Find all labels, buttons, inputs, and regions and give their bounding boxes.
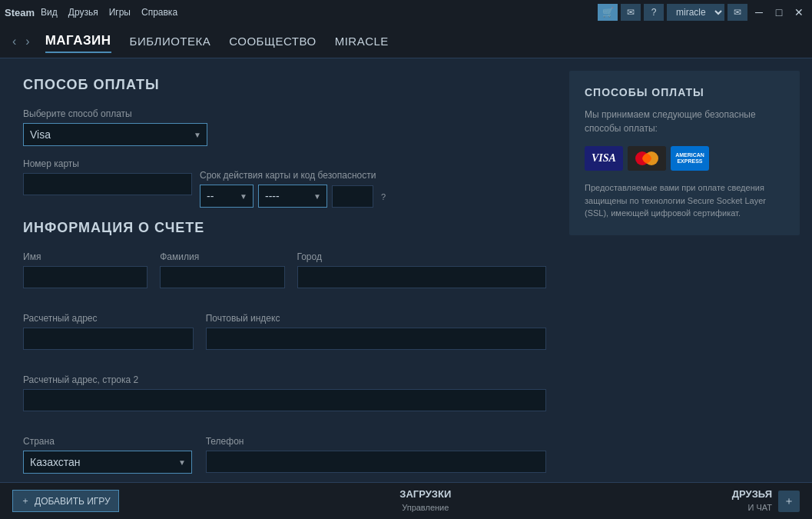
- downloads-sub: Управление: [402, 503, 449, 512]
- bottom-bar: ＋ ДОБАВИТЬ ИГРУ ЗАГРУЗКИ Управление ДРУЗ…: [0, 482, 812, 519]
- add-game-button[interactable]: ＋ ДОБАВИТЬ ИГРУ: [12, 490, 119, 512]
- address2-row: Расчетный адрес, строка 2: [23, 374, 546, 424]
- postal-code-group: Почтовый индекс: [206, 313, 546, 350]
- restore-button[interactable]: □: [771, 4, 787, 21]
- tab-profile[interactable]: MIRACLE: [335, 32, 389, 51]
- expiry-section: Срок действия карты и код безопасности -…: [200, 170, 386, 208]
- right-panel-title: СПОСОБЫ ОПЛАТЫ: [585, 86, 784, 98]
- friends-label: ДРУЗЬЯ: [732, 488, 772, 500]
- right-panel: СПОСОБЫ ОПЛАТЫ Мы принимаем следующие бе…: [569, 71, 800, 235]
- chat-sub: И ЧАТ: [748, 503, 773, 512]
- month-select[interactable]: -- 010203 040506 070809 101112: [200, 185, 254, 208]
- tab-store[interactable]: МАГАЗИН: [45, 30, 111, 53]
- menu-games[interactable]: Игры: [109, 7, 131, 18]
- address2-col: Расчетный адрес, строка 2: [23, 374, 546, 424]
- account-section: ИНФОРМАЦИЯ О СЧЕТЕ Имя Фамилия: [23, 220, 546, 482]
- first-name-input[interactable]: [23, 266, 147, 288]
- title-bar-right: 🛒 ✉ ? miracle ✉ ─ □ ✕: [598, 4, 807, 21]
- country-label: Страна: [23, 436, 194, 447]
- country-group: Страна Казахстан Россия Беларусь Украина: [23, 436, 194, 474]
- phone-group: Телефон: [206, 436, 546, 473]
- cvv-input[interactable]: [332, 185, 373, 208]
- title-bar: Steam Вид Друзья Игры Справка 🛒 ✉ ? mira…: [0, 0, 812, 25]
- last-name-label: Фамилия: [160, 251, 284, 262]
- first-name-label: Имя: [23, 251, 147, 262]
- title-bar-menu: Вид Друзья Игры Справка: [41, 7, 177, 18]
- tab-library[interactable]: БИБЛИОТЕКА: [130, 32, 211, 51]
- right-panel-desc: Мы принимаем следующие безопасные способ…: [585, 108, 784, 135]
- card-number-label: Номер карты: [23, 158, 192, 169]
- title-bar-left: Steam Вид Друзья Игры Справка: [5, 7, 598, 18]
- friends-chat-label: ДРУЗЬЯ И ЧАТ: [732, 488, 772, 514]
- last-name-group: Фамилия: [160, 251, 284, 288]
- minimize-button[interactable]: ─: [751, 4, 767, 21]
- month-wrapper: -- 010203 040506 070809 101112: [200, 185, 254, 208]
- card-row: Номер карты Срок действия карты и код бе…: [23, 158, 546, 208]
- postal-col: Почтовый индекс: [206, 313, 546, 362]
- phone-col: Телефон: [206, 436, 546, 482]
- billing-address-label: Расчетный адрес: [23, 313, 194, 324]
- chat-icon-btn[interactable]: ✉: [621, 4, 641, 21]
- forward-button[interactable]: ›: [22, 35, 32, 48]
- card-number-group: Номер карты: [23, 158, 192, 195]
- nav-arrows: ‹ ›: [9, 35, 33, 48]
- country-row: Страна Казахстан Россия Беларусь Украина: [23, 436, 546, 482]
- nav-bar: ‹ › МАГАЗИН БИБЛИОТЕКА СООБЩЕСТВО MIRACL…: [0, 25, 812, 58]
- phone-input[interactable]: [206, 451, 546, 473]
- postal-code-input[interactable]: [206, 328, 546, 350]
- country-select[interactable]: Казахстан Россия Беларусь Украина: [23, 451, 192, 474]
- payment-method-wrapper: Visa MasterCard American Express: [23, 123, 207, 146]
- cvv-hint: ?: [381, 192, 386, 208]
- menu-friends[interactable]: Друзья: [68, 7, 98, 18]
- payment-method-select[interactable]: Visa MasterCard American Express: [23, 123, 207, 146]
- year-wrapper: ---- 202420252026 202720282029: [258, 185, 327, 208]
- address-row: Расчетный адрес Почтовый индекс: [23, 313, 546, 362]
- postal-code-label: Почтовый индекс: [206, 313, 546, 324]
- first-name-group: Имя: [23, 251, 147, 288]
- billing-address-group: Расчетный адрес: [23, 313, 194, 350]
- account-section-title: ИНФОРМАЦИЯ О СЧЕТЕ: [23, 220, 546, 236]
- ssl-desc: Предоставляемые вами при оплате сведения…: [585, 181, 784, 220]
- last-name-input[interactable]: [160, 266, 284, 288]
- bottom-left: ＋ ДОБАВИТЬ ИГРУ: [12, 490, 119, 512]
- store-icon-btn[interactable]: 🛒: [598, 4, 618, 21]
- year-select[interactable]: ---- 202420252026 202720282029: [258, 185, 327, 208]
- first-name-col: Имя: [23, 251, 147, 301]
- billing-col: Расчетный адрес: [23, 313, 194, 362]
- close-button[interactable]: ✕: [790, 4, 807, 21]
- visa-icon: VISA: [585, 146, 623, 171]
- payment-section-title: СПОСОБ ОПЛАТЫ: [23, 77, 546, 93]
- billing-address2-group: Расчетный адрес, строка 2: [23, 374, 546, 411]
- message-icon-btn[interactable]: ✉: [727, 4, 747, 21]
- nav-tabs: МАГАЗИН БИБЛИОТЕКА СООБЩЕСТВО MIRACLE: [45, 30, 803, 53]
- bottom-center: ЗАГРУЗКИ Управление: [399, 488, 451, 514]
- app-brand: Steam: [5, 7, 35, 18]
- name-row: Имя Фамилия Город: [23, 251, 546, 301]
- city-col: Город: [297, 251, 547, 301]
- menu-help[interactable]: Справка: [141, 7, 177, 18]
- city-group: Город: [297, 251, 547, 288]
- help-icon-btn[interactable]: ?: [644, 4, 664, 21]
- billing-address-input[interactable]: [23, 328, 194, 350]
- payment-select-label: Выберите способ оплаты: [23, 108, 546, 119]
- expiry-label: Срок действия карты и код безопасности: [200, 170, 386, 181]
- back-button[interactable]: ‹: [9, 35, 19, 48]
- last-name-col: Фамилия: [160, 251, 284, 301]
- phone-label: Телефон: [206, 436, 546, 447]
- plus-icon: ＋: [21, 494, 30, 507]
- menu-view[interactable]: Вид: [41, 7, 58, 18]
- city-input[interactable]: [297, 266, 547, 288]
- country-wrapper: Казахстан Россия Беларусь Украина: [23, 451, 192, 474]
- expiry-inputs: -- 010203 040506 070809 101112 ---- 2024…: [200, 185, 386, 208]
- bottom-right: ДРУЗЬЯ И ЧАТ ＋: [732, 488, 800, 514]
- billing-address2-input[interactable]: [23, 389, 546, 411]
- chat-button[interactable]: ＋: [778, 491, 800, 512]
- downloads-label[interactable]: ЗАГРУЗКИ: [399, 488, 451, 500]
- main-content: СПОСОБ ОПЛАТЫ Выберите способ оплаты Vis…: [0, 58, 812, 482]
- country-col: Страна Казахстан Россия Беларусь Украина: [23, 436, 194, 482]
- mastercard-icon: [628, 146, 666, 171]
- user-dropdown[interactable]: miracle: [667, 4, 724, 21]
- tab-community[interactable]: СООБЩЕСТВО: [229, 32, 316, 51]
- card-number-input[interactable]: [23, 173, 192, 195]
- payment-select-group: Выберите способ оплаты Visa MasterCard A…: [23, 108, 546, 146]
